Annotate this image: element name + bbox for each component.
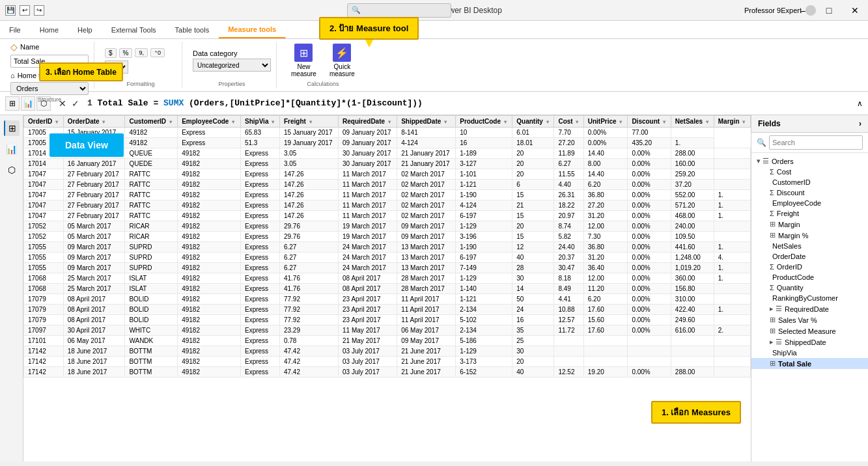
table-cell[interactable]: RICAR — [125, 221, 178, 232]
table-cell[interactable]: 20.97 — [554, 211, 583, 221]
table-cell[interactable]: 17047 — [24, 211, 64, 221]
table-cell[interactable] — [714, 346, 750, 357]
table-cell[interactable]: 24 — [512, 305, 554, 315]
table-cell[interactable]: QUEUE — [125, 148, 178, 159]
table-cell[interactable]: Express — [240, 294, 279, 305]
tree-item-requireddate[interactable]: ▸ ☰RequiredDate — [751, 303, 868, 314]
table-cell[interactable]: 11 March 2017 — [339, 180, 397, 190]
table-cell[interactable]: 1-121 — [456, 180, 512, 190]
table-cell[interactable]: 15 — [512, 211, 554, 221]
table-cell[interactable]: Express — [240, 190, 279, 200]
table-cell[interactable]: 17079 — [24, 294, 64, 305]
table-cell[interactable]: 24 March 2017 — [339, 253, 397, 263]
table-cell[interactable]: Express — [240, 180, 279, 190]
table-cell[interactable]: 11 March 2017 — [339, 190, 397, 200]
table-cell[interactable]: 41.76 — [279, 273, 338, 284]
table-cell[interactable]: 21 June 2017 — [397, 357, 456, 367]
table-cell[interactable]: 49182 — [125, 128, 178, 138]
table-cell[interactable]: 27 February 2017 — [63, 211, 125, 221]
table-cell[interactable]: 29.76 — [279, 232, 338, 242]
table-cell[interactable]: Express — [240, 232, 279, 242]
table-cell[interactable]: 02 March 2017 — [397, 190, 456, 200]
table-cell[interactable]: 49182 — [178, 190, 241, 200]
table-cell[interactable]: 49182 — [178, 336, 241, 346]
table-cell[interactable]: 0.00% — [628, 284, 671, 294]
table-cell[interactable]: 17047 — [24, 190, 64, 200]
table-cell[interactable]: 12.00 — [583, 221, 628, 232]
table-cell[interactable]: BOLID — [125, 294, 178, 305]
table-cell[interactable]: RATTC — [125, 169, 178, 180]
table-cell[interactable] — [714, 180, 750, 190]
table-cell[interactable]: 18 June 2017 — [63, 367, 125, 377]
col-orderdate[interactable]: OrderDate ▾ — [63, 116, 125, 128]
table-cell[interactable]: 1-129 — [456, 273, 512, 284]
table-cell[interactable]: 49182 — [178, 200, 241, 211]
table-cell[interactable]: QUEDE — [125, 159, 178, 169]
minimize-button[interactable]: – — [790, 0, 816, 21]
table-cell[interactable]: 49182 — [178, 159, 241, 169]
table-cell[interactable] — [714, 159, 750, 169]
table-cell[interactable]: 468.00 — [671, 211, 714, 221]
table-cell[interactable]: 17055 — [24, 242, 64, 253]
table-cell[interactable]: 30 April 2017 — [63, 325, 125, 336]
table-cell[interactable]: 27 February 2017 — [63, 200, 125, 211]
table-cell[interactable]: 1. — [714, 190, 750, 200]
table-cell[interactable]: Express — [240, 325, 279, 336]
table-cell[interactable]: 160.00 — [671, 159, 714, 169]
table-cell[interactable]: 1-140 — [456, 284, 512, 294]
tree-item-rankingbycustomer[interactable]: RankingByCustomer — [751, 293, 868, 303]
table-cell[interactable]: 25 — [512, 336, 554, 346]
table-cell[interactable]: 25 March 2017 — [63, 273, 125, 284]
table-cell[interactable]: 6.01 — [512, 128, 554, 138]
save-icon[interactable]: 💾 — [5, 5, 16, 16]
table-cell[interactable]: 14.40 — [583, 169, 628, 180]
table-cell[interactable]: 20 — [512, 148, 554, 159]
table-cell[interactable]: 49182 — [178, 211, 241, 221]
table-cell[interactable]: 11.72 — [554, 325, 583, 336]
sidebar-model-icon[interactable]: ⬡ — [4, 162, 20, 178]
tree-item-netsales[interactable]: NetSales — [751, 241, 868, 251]
table-cell[interactable]: 1-189 — [456, 148, 512, 159]
table-cell[interactable]: 17101 — [24, 336, 64, 346]
table-cell[interactable]: 18.22 — [554, 200, 583, 211]
table-cell[interactable]: 259.20 — [671, 169, 714, 180]
table-cell[interactable]: 1. — [714, 263, 750, 273]
table-cell[interactable]: 288.00 — [671, 367, 714, 377]
table-cell[interactable]: 2. — [714, 325, 750, 336]
table-cell[interactable]: 50 — [512, 294, 554, 305]
table-cell[interactable]: 156.80 — [671, 284, 714, 294]
table-cell[interactable]: 02 March 2017 — [397, 180, 456, 190]
table-cell[interactable]: 0.00% — [628, 253, 671, 263]
table-cell[interactable]: 17142 — [24, 346, 64, 357]
table-cell[interactable]: Express — [240, 242, 279, 253]
table-cell[interactable]: 0.00% — [628, 180, 671, 190]
table-cell[interactable]: Express — [240, 305, 279, 315]
table-cell[interactable]: 47.42 — [279, 367, 338, 377]
table-cell[interactable]: 8.00 — [583, 159, 628, 169]
table-cell[interactable]: 422.40 — [671, 305, 714, 315]
table-cell[interactable]: 40 — [512, 367, 554, 377]
table-cell[interactable]: 17047 — [24, 180, 64, 190]
table-cell[interactable]: 65.83 — [240, 128, 279, 138]
percent-button[interactable]: % — [119, 48, 133, 58]
table-cell[interactable]: 0.00% — [628, 305, 671, 315]
table-cell[interactable]: 24 March 2017 — [339, 242, 397, 253]
table-cell[interactable]: 77.92 — [279, 294, 338, 305]
table-cell[interactable]: 11 April 2017 — [397, 305, 456, 315]
table-cell[interactable]: 30 January 2017 — [339, 148, 397, 159]
table-cell[interactable]: 8.49 — [554, 284, 583, 294]
table-cell[interactable]: 109.50 — [671, 232, 714, 242]
table-cell[interactable]: 16 January 2017 — [63, 159, 125, 169]
table-cell[interactable] — [714, 232, 750, 242]
table-cell[interactable]: 21 June 2017 — [397, 367, 456, 377]
table-cell[interactable]: 23 April 2017 — [339, 305, 397, 315]
table-cell[interactable]: 14.40 — [583, 148, 628, 159]
col-employeecode[interactable]: EmployeeCode ▾ — [178, 116, 241, 128]
table-cell[interactable]: 0.00% — [628, 169, 671, 180]
table-cell[interactable]: 05 March 2017 — [63, 232, 125, 242]
table-cell[interactable]: 28 — [512, 263, 554, 273]
table-cell[interactable]: 08 April 2017 — [339, 273, 397, 284]
table-cell[interactable]: 11 April 2017 — [397, 294, 456, 305]
table-cell[interactable]: 10.88 — [554, 305, 583, 315]
decrease-decimal-button[interactable]: ⁺0 — [150, 48, 165, 57]
